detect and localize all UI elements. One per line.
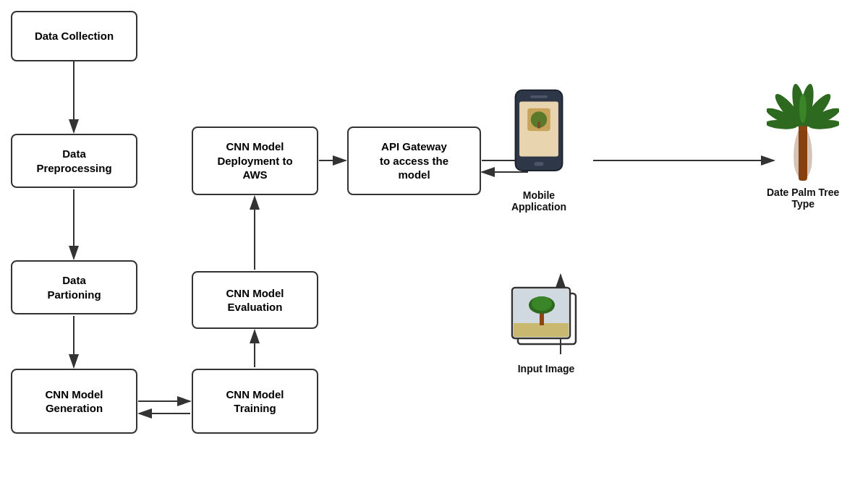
data-preprocessing-box: DataPreprocessing (11, 134, 137, 188)
phone-icon (506, 87, 571, 181)
cnn-model-training-box: CNN ModelTraining (192, 369, 318, 434)
data-collection-box: Data Collection (11, 11, 137, 61)
diagram: Data Collection DataPreprocessing DataPa… (0, 0, 868, 480)
svg-rect-19 (535, 162, 544, 166)
palm-tree-icon (767, 58, 839, 188)
cnn-model-evaluation-box: CNN ModelEvaluation (192, 271, 318, 329)
input-image-label: Input Image (518, 363, 575, 374)
data-collection-label: Data Collection (35, 29, 114, 43)
cnn-model-evaluation-label: CNN ModelEvaluation (226, 286, 284, 314)
cnn-model-generation-label: CNN ModelGeneration (46, 387, 103, 416)
cnn-model-generation-box: CNN ModelGeneration (11, 369, 137, 434)
mobile-application-label: MobileApplication (511, 189, 566, 213)
mobile-application-container: MobileApplication (506, 87, 571, 213)
svg-rect-20 (530, 95, 548, 98)
cnn-model-deployment-label: CNN ModelDeployment toAWS (217, 140, 292, 182)
data-partioning-box: DataPartioning (11, 260, 137, 314)
cnn-model-training-label: CNN ModelTraining (226, 387, 284, 416)
cnn-model-deployment-box: CNN ModelDeployment toAWS (192, 127, 318, 195)
date-palm-tree-label: Date Palm TreeType (767, 187, 839, 210)
data-partioning-label: DataPartioning (47, 273, 101, 301)
input-image-container: Input Image (506, 282, 586, 374)
svg-point-30 (799, 94, 807, 123)
date-palm-tree-container: Date Palm TreeType (767, 58, 839, 210)
svg-rect-18 (537, 121, 540, 128)
svg-point-38 (532, 296, 552, 311)
api-gateway-label: API Gatewayto access themodel (380, 140, 448, 182)
api-gateway-box: API Gatewayto access themodel (347, 127, 481, 195)
data-preprocessing-label: DataPreprocessing (36, 147, 111, 175)
input-image-icon (506, 282, 586, 354)
